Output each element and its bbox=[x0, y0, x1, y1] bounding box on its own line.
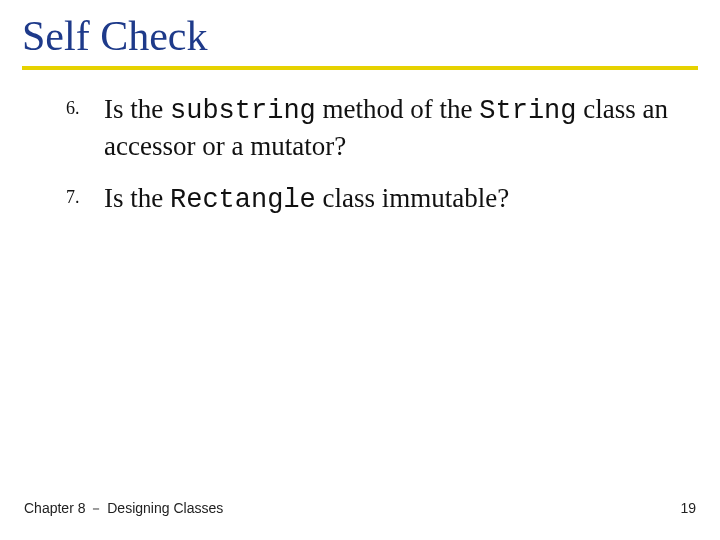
item-number: 7. bbox=[66, 181, 86, 208]
code-fragment: substring bbox=[170, 96, 316, 126]
item-text: Is the Rectangle class immutable? bbox=[104, 181, 509, 218]
divider bbox=[22, 66, 698, 70]
text-fragment: class immutable? bbox=[316, 183, 509, 213]
code-fragment: String bbox=[479, 96, 576, 126]
item-text: Is the substring method of the String cl… bbox=[104, 92, 698, 163]
question-list: 6. Is the substring method of the String… bbox=[22, 92, 698, 218]
text-fragment: Is the bbox=[104, 94, 170, 124]
list-item: 7. Is the Rectangle class immutable? bbox=[66, 181, 698, 218]
item-number: 6. bbox=[66, 92, 86, 119]
footer-left: Chapter 8 － Designing Classes bbox=[24, 500, 223, 518]
footer: Chapter 8 － Designing Classes 19 bbox=[0, 500, 720, 518]
text-fragment: method of the bbox=[316, 94, 479, 124]
slide-title: Self Check bbox=[22, 12, 698, 60]
list-item: 6. Is the substring method of the String… bbox=[66, 92, 698, 163]
slide: Self Check 6. Is the substring method of… bbox=[0, 0, 720, 540]
code-fragment: Rectangle bbox=[170, 185, 316, 215]
footer-right: 19 bbox=[680, 500, 696, 518]
text-fragment: Is the bbox=[104, 183, 170, 213]
